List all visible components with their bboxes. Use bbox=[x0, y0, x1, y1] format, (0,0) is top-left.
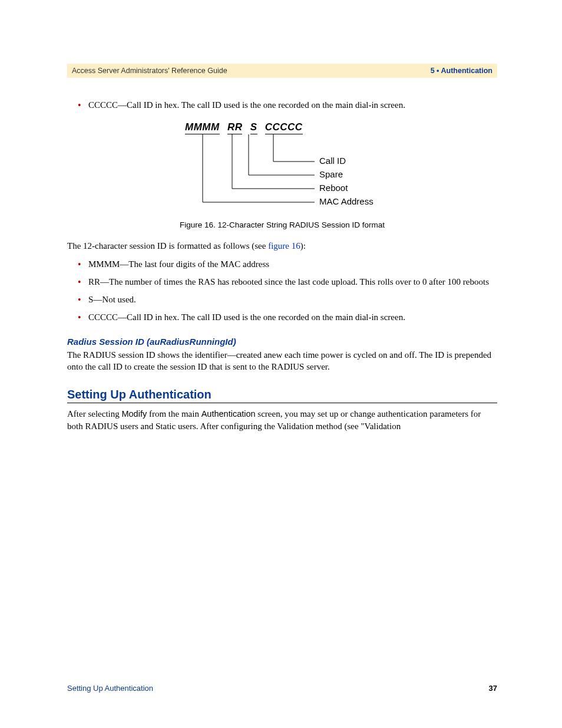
header-bar: Access Server Administrators' Reference … bbox=[67, 64, 497, 78]
setting-up-text-a: After selecting bbox=[67, 409, 121, 419]
intro-text-b: ): bbox=[300, 241, 306, 251]
diagram-top-row: MMMM RR S CCCCC bbox=[185, 121, 379, 134]
diagram-label-mac: MAC Address bbox=[319, 196, 373, 206]
footer-page-number: 37 bbox=[489, 684, 497, 693]
diagram-label-callid: Call ID bbox=[319, 156, 346, 166]
setting-up-text-b: from the main bbox=[147, 409, 201, 419]
ui-term-authentication: Authentication bbox=[201, 409, 256, 419]
intro-paragraph: The 12-character session ID is formatted… bbox=[67, 240, 497, 252]
footer-section-title: Setting Up Authentication bbox=[67, 684, 153, 693]
footer: Setting Up Authentication 37 bbox=[67, 684, 497, 693]
bullet-s: S—Not used. bbox=[78, 294, 497, 305]
ui-term-modify: Modify bbox=[121, 409, 147, 419]
diagram-seg-mmmm: MMMM bbox=[185, 121, 220, 134]
page: Access Server Administrators' Reference … bbox=[0, 0, 562, 728]
diagram-seg-s: S bbox=[250, 121, 257, 134]
figure-16: MMMM RR S CCCCC Call ID Spare Rebo bbox=[67, 121, 497, 213]
diagram-lines: Call ID Spare Reboot MAC Address bbox=[185, 134, 379, 211]
radius-session-id-body: The RADIUS session ID shows the identifi… bbox=[67, 349, 497, 373]
figure-caption: Figure 16. 12-Character String RADIUS Se… bbox=[67, 220, 497, 229]
bullet-rr: RR—The number of times the RAS has reboo… bbox=[78, 276, 497, 288]
bullet-mmmm: MMMM—The last four digits of the MAC add… bbox=[78, 258, 497, 270]
content-area: CCCCC—Call ID in hex. The call ID used i… bbox=[67, 78, 497, 432]
diagram-seg-rr: RR bbox=[227, 121, 243, 134]
diagram-seg-ccccc: CCCCC bbox=[265, 121, 303, 134]
heading-radius-session-id: Radius Session ID (auRadiusRunningId) bbox=[67, 337, 497, 347]
diagram-session-id-format: MMMM RR S CCCCC Call ID Spare Rebo bbox=[185, 121, 379, 213]
diagram-label-reboot: Reboot bbox=[319, 183, 348, 193]
setting-up-body: After selecting Modify from the main Aut… bbox=[67, 408, 497, 432]
intro-text-a: The 12-character session ID is formatted… bbox=[67, 241, 268, 251]
header-guide-title: Access Server Administrators' Reference … bbox=[72, 67, 227, 75]
diagram-label-spare: Spare bbox=[319, 169, 343, 179]
format-bullet-list: MMMM—The last four digits of the MAC add… bbox=[78, 258, 497, 324]
heading-setting-up-authentication: Setting Up Authentication bbox=[67, 388, 497, 403]
top-bullet-list: CCCCC—Call ID in hex. The call ID used i… bbox=[78, 99, 497, 111]
bullet-ccccc-top: CCCCC—Call ID in hex. The call ID used i… bbox=[78, 99, 497, 111]
header-chapter: 5 • Authentication bbox=[431, 67, 492, 75]
bullet-ccccc: CCCCC—Call ID in hex. The call ID used i… bbox=[78, 311, 497, 323]
figure-16-link[interactable]: figure 16 bbox=[268, 241, 300, 251]
